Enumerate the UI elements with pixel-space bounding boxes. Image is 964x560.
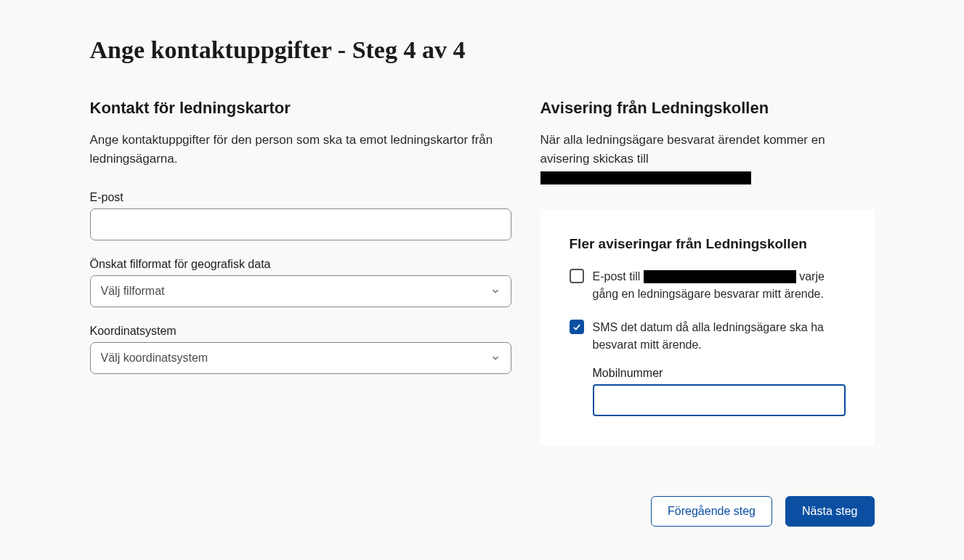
coord-placeholder: Välj koordinatsystem	[101, 352, 490, 365]
email-input[interactable]	[90, 208, 511, 240]
email-notification-label[interactable]: E-post till varje gång en ledningsägare …	[593, 268, 846, 303]
previous-step-button[interactable]: Föregående steg	[651, 496, 772, 527]
chevron-down-icon	[490, 286, 501, 296]
chevron-down-icon	[490, 353, 501, 363]
contact-intro: Ange kontaktuppgifter för den person som…	[90, 131, 511, 168]
coord-label: Koordinatsystem	[90, 325, 511, 338]
contact-section: Kontakt för ledningskartor Ange kontaktu…	[90, 99, 511, 445]
email-notification-checkbox[interactable]	[570, 269, 584, 283]
fileformat-label: Önskat filformat för geografisk data	[90, 258, 511, 271]
mobile-input[interactable]	[593, 384, 846, 416]
page-title: Ange kontaktuppgifter - Steg 4 av 4	[90, 36, 875, 64]
notification-heading: Avisering från Ledningskollen	[540, 99, 875, 118]
redacted-email-small	[644, 270, 796, 283]
sms-notification-checkbox[interactable]	[570, 320, 584, 334]
contact-heading: Kontakt för ledningskartor	[90, 99, 511, 118]
sms-notification-label[interactable]: SMS det datum då alla ledningsägare ska …	[593, 319, 846, 354]
more-notifications-card: Fler aviseringar från Ledningskollen E-p…	[540, 210, 875, 445]
coord-select[interactable]: Välj koordinatsystem	[90, 342, 511, 374]
next-step-button[interactable]: Nästa steg	[785, 496, 874, 527]
fileformat-select[interactable]: Välj filformat	[90, 275, 511, 307]
notification-section: Avisering från Ledningskollen När alla l…	[540, 99, 875, 445]
card-heading: Fler aviseringar från Ledningskollen	[570, 236, 846, 252]
notification-intro: När alla ledningsägare besvarat ärendet …	[540, 131, 875, 187]
fileformat-placeholder: Välj filformat	[101, 285, 490, 298]
email-label: E-post	[90, 191, 511, 204]
redacted-email	[540, 171, 751, 184]
mobile-label: Mobilnummer	[593, 367, 846, 380]
button-row: Föregående steg Nästa steg	[90, 496, 875, 527]
